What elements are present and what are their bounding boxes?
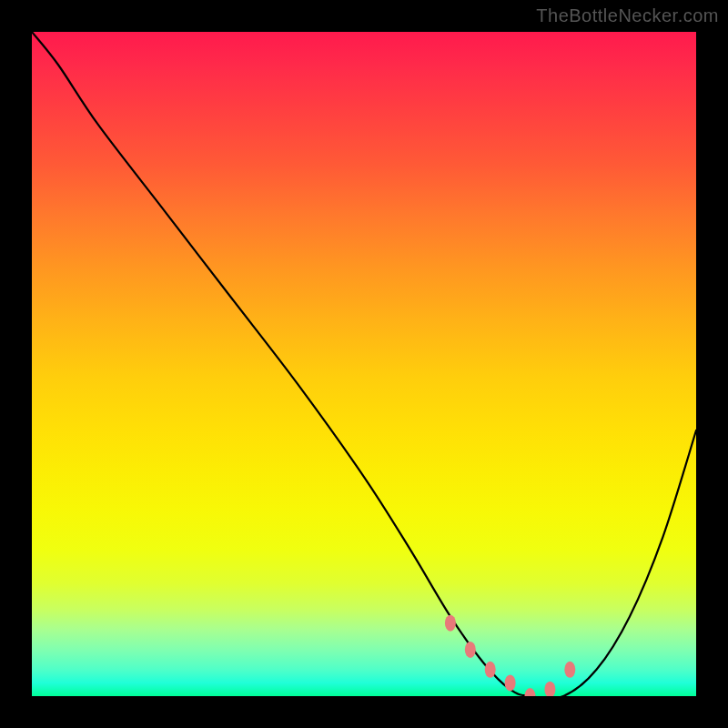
- marker-dot: [505, 674, 516, 691]
- chart-svg: [32, 32, 696, 696]
- marker-dot: [544, 682, 555, 696]
- marker-dot: [465, 642, 476, 658]
- marker-dot: [525, 688, 536, 696]
- bottleneck-curve-line: [32, 32, 696, 696]
- marker-dots-group: [445, 615, 575, 696]
- marker-dot: [485, 662, 496, 678]
- chart-plot-area: [32, 32, 696, 696]
- marker-dot: [445, 615, 456, 632]
- marker-dot: [564, 662, 575, 678]
- watermark-text: TheBottleNecker.com: [536, 5, 719, 26]
